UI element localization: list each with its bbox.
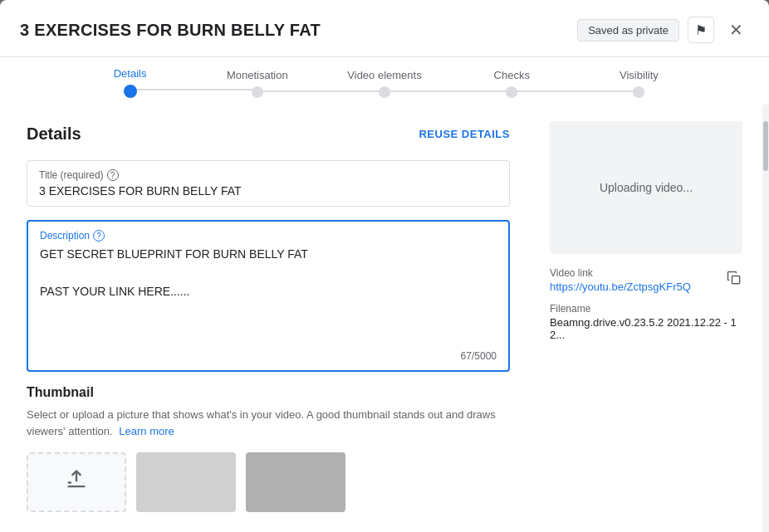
section-title: Details bbox=[27, 124, 81, 144]
step-details-label: Details bbox=[114, 67, 147, 80]
video-link-label: Video link bbox=[550, 267, 691, 279]
svg-rect-1 bbox=[68, 486, 86, 487]
thumbnail-preview-1 bbox=[136, 452, 236, 512]
thumbnail-upload-button[interactable] bbox=[27, 452, 126, 512]
step-video-elements-label: Video elements bbox=[347, 69, 421, 81]
step-visibility-label: Visibility bbox=[620, 69, 659, 81]
right-panel: Uploading video... Video link https://yo… bbox=[530, 105, 762, 532]
copy-icon[interactable] bbox=[726, 270, 742, 290]
filename-row: Filename Beamng.drive.v0.23.5.2 2021.12.… bbox=[550, 303, 742, 341]
step-checks-dot bbox=[506, 86, 517, 98]
modal-header: 3 EXERCISES FOR BURN BELLY FAT Saved as … bbox=[0, 0, 769, 57]
thumbnail-title: Thumbnail bbox=[27, 385, 510, 400]
step-checks[interactable]: Checks bbox=[448, 69, 576, 98]
scrollbar-thumb bbox=[763, 121, 768, 171]
video-link-info: Video link https://youtu.be/ZctpsgKFr5Q bbox=[550, 267, 691, 293]
close-button[interactable]: ✕ bbox=[722, 17, 749, 43]
thumbnail-preview-2 bbox=[246, 452, 345, 512]
title-field-group: Title (required) ? bbox=[27, 160, 510, 207]
flag-icon: ⚑ bbox=[695, 22, 707, 38]
char-count: 67/5000 bbox=[40, 350, 497, 362]
close-icon: ✕ bbox=[729, 20, 743, 40]
saved-badge: Saved as private bbox=[577, 19, 679, 41]
svg-rect-2 bbox=[732, 276, 740, 284]
title-field-box: Title (required) ? bbox=[27, 160, 510, 207]
steps-bar: Details Monetisation Video elements Chec… bbox=[0, 57, 769, 105]
uploading-text: Uploading video... bbox=[600, 181, 693, 194]
filename-label: Filename bbox=[550, 303, 742, 315]
modal-title: 3 EXERCISES FOR BURN BELLY FAT bbox=[20, 21, 321, 40]
step-video-elements[interactable]: Video elements bbox=[321, 69, 448, 98]
copy-row: Video link https://youtu.be/ZctpsgKFr5Q bbox=[550, 267, 742, 293]
step-visibility-dot bbox=[633, 86, 644, 98]
description-textarea[interactable]: GET SECRET BLUEPRINT FOR BURN BELLY FAT … bbox=[40, 245, 497, 344]
description-help-icon[interactable]: ? bbox=[93, 230, 105, 242]
upload-icon bbox=[65, 468, 88, 496]
reuse-details-link[interactable]: REUSE DETAILS bbox=[419, 128, 510, 140]
step-details[interactable]: Details bbox=[66, 67, 193, 98]
modal-body: Details REUSE DETAILS Title (required) ? bbox=[0, 105, 769, 532]
scrollbar[interactable] bbox=[762, 105, 769, 532]
thumbnail-section: Thumbnail Select or upload a picture tha… bbox=[27, 385, 510, 512]
filename-value: Beamng.drive.v0.23.5.2 2021.12.22 - 12..… bbox=[550, 316, 742, 341]
title-input[interactable] bbox=[39, 184, 497, 198]
step-details-dot bbox=[124, 85, 137, 98]
header-actions: Saved as private ⚑ ✕ bbox=[577, 17, 749, 43]
video-preview: Uploading video... bbox=[550, 121, 742, 254]
learn-more-link[interactable]: Learn more bbox=[119, 425, 174, 437]
step-monetisation[interactable]: Monetisation bbox=[193, 69, 321, 98]
step-monetisation-label: Monetisation bbox=[227, 69, 288, 81]
thumbnail-desc: Select or upload a picture that shows wh… bbox=[27, 407, 510, 439]
flag-button[interactable]: ⚑ bbox=[688, 17, 714, 43]
thumbnail-row bbox=[27, 452, 510, 512]
upload-modal: 3 EXERCISES FOR BURN BELLY FAT Saved as … bbox=[0, 0, 769, 532]
description-field-group: Description ? GET SECRET BLUEPRINT FOR B… bbox=[27, 220, 510, 372]
description-field-box: Description ? GET SECRET BLUEPRINT FOR B… bbox=[27, 220, 510, 372]
title-label: Title (required) ? bbox=[39, 169, 497, 181]
title-help-icon[interactable]: ? bbox=[107, 169, 119, 181]
step-monetisation-dot bbox=[252, 86, 263, 98]
svg-rect-0 bbox=[68, 481, 72, 483]
step-checks-label: Checks bbox=[494, 69, 530, 81]
step-visibility[interactable]: Visibility bbox=[576, 69, 703, 98]
left-panel: Details REUSE DETAILS Title (required) ? bbox=[0, 105, 530, 532]
video-link-row: Video link https://youtu.be/ZctpsgKFr5Q bbox=[550, 267, 742, 293]
step-video-elements-dot bbox=[379, 86, 390, 98]
description-label: Description ? bbox=[40, 230, 497, 242]
video-link-value[interactable]: https://youtu.be/ZctpsgKFr5Q bbox=[550, 281, 691, 293]
section-header: Details REUSE DETAILS bbox=[27, 124, 510, 144]
